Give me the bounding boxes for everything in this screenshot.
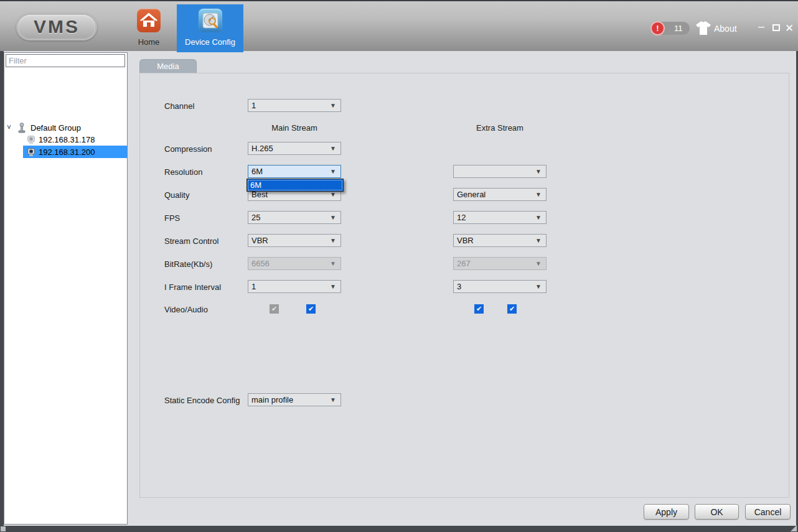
window-frame-bottom <box>0 526 798 532</box>
bitrate-select-extra: 267 ▼ <box>453 257 547 270</box>
iframe-interval-value-extra: 3 <box>457 282 461 291</box>
vms-window: VMS Home <box>0 0 798 532</box>
video-audio-label: Video/Audio <box>164 305 208 314</box>
resolution-label: Resolution <box>164 167 202 177</box>
tab-media[interactable]: Media <box>139 59 197 73</box>
tree-expander-icon[interactable]: ˅ <box>7 124 14 131</box>
tree-device-200-selected[interactable]: 192.168.31.200 <box>27 146 95 158</box>
bitrate-label: BitRate(Kb/s) <box>164 259 212 269</box>
about-link[interactable]: About <box>714 24 737 34</box>
fps-value-extra: 12 <box>457 213 466 222</box>
check-icon: ✔ <box>308 305 314 313</box>
channel-value: 1 <box>251 101 256 110</box>
compression-select-main[interactable]: H.265 ▼ <box>248 142 341 155</box>
chevron-down-icon: ▼ <box>330 169 336 175</box>
nav-device-config-label: Device Config <box>185 37 235 47</box>
channel-label: Channel <box>164 101 194 111</box>
chevron-down-icon: ▼ <box>535 192 542 198</box>
ok-button[interactable]: OK <box>695 504 739 520</box>
audio-checkbox-extra[interactable]: ✔ <box>507 304 517 314</box>
fps-label: FPS <box>164 213 180 223</box>
chevron-down-icon: ▼ <box>330 192 336 198</box>
nav-home-label: Home <box>138 37 160 47</box>
home-icon <box>137 9 161 32</box>
stream-control-select-extra[interactable]: VBR ▼ <box>453 234 547 247</box>
iframe-interval-label: I Frame Interval <box>164 282 221 292</box>
tree-group-label: Default Group <box>31 123 81 133</box>
minimize-icon[interactable]: – <box>758 20 764 33</box>
iframe-interval-select-main[interactable]: 1 ▼ <box>248 280 341 293</box>
shirt-icon[interactable] <box>695 21 711 36</box>
notification-count: 11 <box>674 24 683 33</box>
fps-value-main: 25 <box>251 213 260 222</box>
chevron-down-icon: ▼ <box>330 284 336 290</box>
stream-control-value-main: VBR <box>251 236 268 245</box>
camera-icon <box>27 135 35 144</box>
resize-grip[interactable] <box>791 525 797 531</box>
chevron-down-icon: ▼ <box>330 238 336 244</box>
maximize-icon[interactable] <box>772 24 780 31</box>
bitrate-select-main: 6656 ▼ <box>248 257 341 270</box>
resolution-select-extra[interactable]: ▼ <box>453 165 547 178</box>
tree-device-178[interactable]: 192.168.31.178 <box>27 133 95 146</box>
stream-control-select-main[interactable]: VBR ▼ <box>248 234 341 247</box>
compression-label: Compression <box>164 144 212 154</box>
resolution-value-main: 6M <box>251 167 263 176</box>
check-icon: ✔ <box>476 305 482 313</box>
resize-grip-left[interactable] <box>1 526 6 531</box>
quality-label: Quality <box>164 190 189 200</box>
chevron-down-icon: ▼ <box>330 103 336 109</box>
video-checkbox-main: ✔ <box>270 304 279 314</box>
quality-select-extra[interactable]: General ▼ <box>453 188 547 201</box>
close-icon[interactable]: ✕ <box>785 22 794 35</box>
iframe-interval-select-extra[interactable]: 3 ▼ <box>453 280 547 293</box>
fps-select-extra[interactable]: 12 ▼ <box>453 211 547 224</box>
chevron-down-icon: ▼ <box>330 215 336 221</box>
resolution-dropdown-list: 6M <box>246 179 344 192</box>
nav-device-config[interactable]: Device Config <box>177 4 243 52</box>
tree-device-label: 192.168.31.178 <box>39 135 95 144</box>
audio-checkbox-main[interactable]: ✔ <box>306 304 316 314</box>
iframe-interval-value-main: 1 <box>251 282 256 291</box>
group-icon <box>17 123 27 133</box>
main-stream-header: Main Stream <box>248 123 341 133</box>
chevron-down-icon: ▼ <box>535 238 542 244</box>
static-encode-label: Static Encode Config <box>164 396 240 405</box>
chevron-down-icon: ▼ <box>535 261 542 267</box>
tree-group-default[interactable]: ˅ Default Group <box>4 121 81 134</box>
cancel-button[interactable]: Cancel <box>745 504 791 520</box>
vms-logo: VMS <box>16 13 97 40</box>
bitrate-value-main: 6656 <box>251 259 270 268</box>
chevron-down-icon: ▼ <box>535 169 542 175</box>
check-icon: ✔ <box>509 305 515 313</box>
check-icon: ✔ <box>271 305 277 313</box>
extra-stream-header: Extra Stream <box>453 123 547 133</box>
bitrate-value-extra: 267 <box>457 259 471 268</box>
resolution-select-main[interactable]: 6M ▼ <box>248 165 341 178</box>
stream-control-label: Stream Control <box>164 236 218 246</box>
fps-select-main[interactable]: 25 ▼ <box>248 211 341 224</box>
device-config-icon <box>199 9 222 32</box>
device-tree-sidebar: ˅ Default Group 192.168.31.178 <box>4 52 128 525</box>
filter-input[interactable] <box>6 54 125 67</box>
static-encode-value: main profile <box>251 395 293 404</box>
chevron-down-icon: ▼ <box>535 215 542 221</box>
camera-icon <box>27 147 35 157</box>
apply-button[interactable]: Apply <box>644 504 689 520</box>
tree-device-label: 192.168.31.200 <box>39 147 95 157</box>
channel-select[interactable]: 1 ▼ <box>248 99 341 112</box>
chevron-down-icon: ▼ <box>535 284 542 290</box>
alert-icon: ! <box>650 21 665 35</box>
nav-home[interactable]: Home <box>128 4 169 52</box>
static-encode-select[interactable]: main profile ▼ <box>248 393 341 406</box>
stream-control-value-extra: VBR <box>457 236 474 245</box>
top-bar: VMS Home <box>0 0 798 51</box>
video-checkbox-extra[interactable]: ✔ <box>474 304 484 314</box>
quality-value-extra: General <box>457 190 486 199</box>
chevron-down-icon: ▼ <box>330 146 336 152</box>
compression-value-main: H.265 <box>251 144 273 153</box>
chevron-down-icon: ▼ <box>330 397 336 403</box>
notification-badge[interactable]: ! 11 <box>652 22 690 35</box>
dropdown-option-6m[interactable]: 6M <box>247 179 343 191</box>
chevron-down-icon: ▼ <box>330 261 336 267</box>
